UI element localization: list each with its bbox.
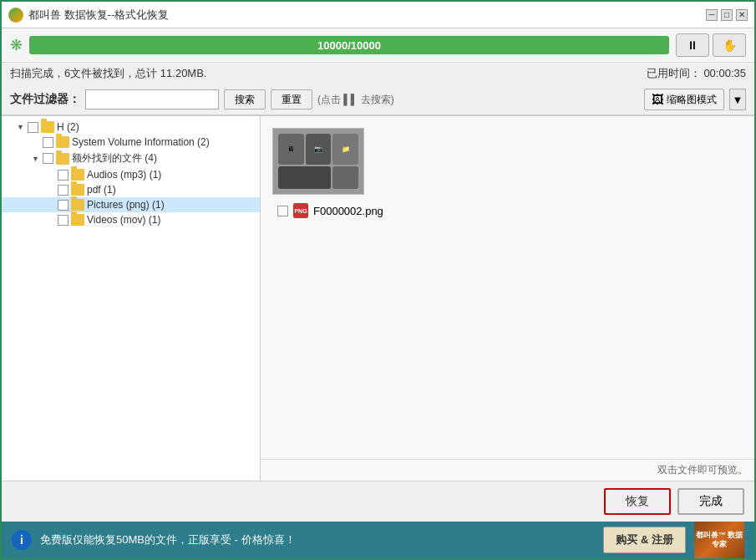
file-checkbox-f0000002[interactable] bbox=[277, 206, 288, 216]
maximize-button[interactable]: □ bbox=[721, 9, 733, 21]
search-button[interactable]: 搜索 bbox=[224, 89, 266, 109]
window-controls: ─ □ ✕ bbox=[706, 9, 748, 21]
view-mode-button[interactable]: 🖼 缩略图模式 bbox=[644, 89, 724, 110]
scan-status-text: 扫描完成，6文件被找到，总计 11.20MB. bbox=[10, 66, 207, 81]
preview-area: 🖥 📷 📁 PNG F0000002.png bbox=[269, 125, 392, 225]
stop-button[interactable]: ✋ bbox=[713, 33, 746, 57]
file-tree[interactable]: ▼ H (2) System Volume Information (2) ▼ … bbox=[2, 116, 261, 481]
tree-label-h: H (2) bbox=[57, 121, 79, 133]
checkbox-pdf[interactable] bbox=[58, 185, 68, 196]
tree-label-pdf: pdf (1) bbox=[87, 184, 116, 196]
folder-icon-audios bbox=[71, 169, 84, 181]
folder-icon-videos bbox=[71, 214, 84, 226]
view-dropdown-button[interactable]: ▼ bbox=[729, 89, 746, 110]
spinner-icon: ❋ bbox=[10, 36, 23, 54]
filter-label: 文件过滤器： bbox=[10, 92, 80, 107]
checkbox-h[interactable] bbox=[28, 122, 38, 133]
expand-arrow-extra: ▼ bbox=[32, 155, 40, 163]
time-value: 00:00:35 bbox=[703, 67, 746, 79]
file-name-label: F0000002.png bbox=[313, 205, 383, 217]
info-icon: i bbox=[12, 530, 32, 550]
progress-bar: 10000/10000 bbox=[29, 36, 669, 54]
checkbox-pictures[interactable] bbox=[58, 200, 68, 211]
finish-button[interactable]: 完成 bbox=[677, 488, 744, 515]
folder-icon-extra bbox=[56, 153, 69, 165]
pause-button[interactable]: ⏸ bbox=[676, 33, 709, 57]
tree-item-pictures[interactable]: Pictures (png) (1) bbox=[2, 197, 260, 212]
tree-label-audios: Audios (mp3) (1) bbox=[87, 169, 161, 181]
checkbox-extra[interactable] bbox=[43, 153, 53, 164]
time-display: 已用时间： 00:00:35 bbox=[647, 66, 746, 81]
folder-icon-pdf bbox=[71, 184, 84, 196]
filter-input[interactable] bbox=[85, 89, 219, 109]
bottom-buttons: 恢复 完成 bbox=[2, 481, 754, 522]
checkbox-videos[interactable] bbox=[58, 215, 68, 226]
title-left: 都叫兽 数据恢复--格式化恢复 bbox=[8, 8, 169, 23]
title-bar: 都叫兽 数据恢复--格式化恢复 ─ □ ✕ bbox=[2, 2, 754, 28]
tree-label-svi: System Volume Information (2) bbox=[72, 136, 210, 148]
filter-hint: (点击 ▌▌ 去搜索) bbox=[317, 93, 394, 107]
preview-panel: 🖥 📷 📁 PNG F0000002.png bbox=[261, 116, 754, 481]
time-label: 已用时间： bbox=[647, 67, 701, 79]
checkbox-svi[interactable] bbox=[43, 137, 53, 148]
preview-hint: 双击文件即可预览。 bbox=[261, 459, 754, 481]
tree-label-pictures: Pictures (png) (1) bbox=[87, 199, 165, 211]
expand-arrow-h: ▼ bbox=[17, 123, 25, 131]
tree-label-videos: Videos (mov) (1) bbox=[87, 214, 160, 226]
file-type-png-icon: PNG bbox=[293, 203, 308, 218]
view-thumbnail-icon: 🖼 bbox=[652, 93, 663, 106]
tree-item-h[interactable]: ▼ H (2) bbox=[2, 120, 260, 135]
ad-text: 免费版仅能恢复50MB的文件，正版享受 - 价格惊喜！ bbox=[40, 532, 595, 547]
tree-label-extra: 额外找到的文件 (4) bbox=[72, 151, 157, 165]
progress-text: 10000/10000 bbox=[317, 39, 381, 52]
file-item-f0000002[interactable]: PNG F0000002.png bbox=[272, 200, 388, 221]
restore-button[interactable]: 恢复 bbox=[604, 488, 671, 515]
app-icon bbox=[8, 8, 23, 23]
main-window: 都叫兽 数据恢复--格式化恢复 ─ □ ✕ ❋ 10000/10000 ⏸ ✋ … bbox=[0, 0, 756, 560]
chevron-down-icon: ▼ bbox=[733, 94, 743, 106]
tree-item-svi[interactable]: System Volume Information (2) bbox=[2, 135, 260, 150]
tree-item-audios[interactable]: Audios (mp3) (1) bbox=[2, 167, 260, 182]
window-title: 都叫兽 数据恢复--格式化恢复 bbox=[28, 8, 169, 23]
reset-button[interactable]: 重置 bbox=[271, 89, 312, 109]
scan-status-row: 扫描完成，6文件被找到，总计 11.20MB. 已用时间： 00:00:35 bbox=[2, 63, 754, 84]
checkbox-audios[interactable] bbox=[58, 170, 68, 181]
minimize-button[interactable]: ─ bbox=[706, 9, 718, 21]
folder-icon-svi bbox=[56, 136, 69, 148]
tree-item-extra[interactable]: ▼ 额外找到的文件 (4) bbox=[2, 150, 260, 167]
folder-icon-pictures bbox=[71, 199, 84, 211]
file-thumbnail: 🖥 📷 📁 bbox=[272, 128, 364, 195]
main-content: ▼ H (2) System Volume Information (2) ▼ … bbox=[2, 115, 754, 481]
close-button[interactable]: ✕ bbox=[736, 9, 748, 21]
filter-row: 文件过滤器： 搜索 重置 (点击 ▌▌ 去搜索) 🖼 缩略图模式 ▼ bbox=[2, 84, 754, 115]
mascot-image: 都叫兽™ 数据专家 bbox=[694, 522, 744, 558]
tree-item-pdf[interactable]: pdf (1) bbox=[2, 182, 260, 197]
tree-item-videos[interactable]: Videos (mov) (1) bbox=[2, 212, 260, 227]
ad-bar: i 免费版仅能恢复50MB的文件，正版享受 - 价格惊喜！ 购买 & 注册 都叫… bbox=[2, 522, 754, 558]
folder-icon-h bbox=[41, 121, 54, 133]
control-buttons: ⏸ ✋ bbox=[676, 33, 746, 57]
preview-scroll[interactable]: 🖥 📷 📁 PNG F0000002.png bbox=[261, 116, 754, 459]
mascot-text: 都叫兽™ 数据专家 bbox=[694, 531, 744, 549]
progress-section: ❋ 10000/10000 ⏸ ✋ bbox=[2, 28, 754, 63]
view-mode-label: 缩略图模式 bbox=[667, 93, 717, 107]
buy-button[interactable]: 购买 & 注册 bbox=[603, 527, 686, 553]
